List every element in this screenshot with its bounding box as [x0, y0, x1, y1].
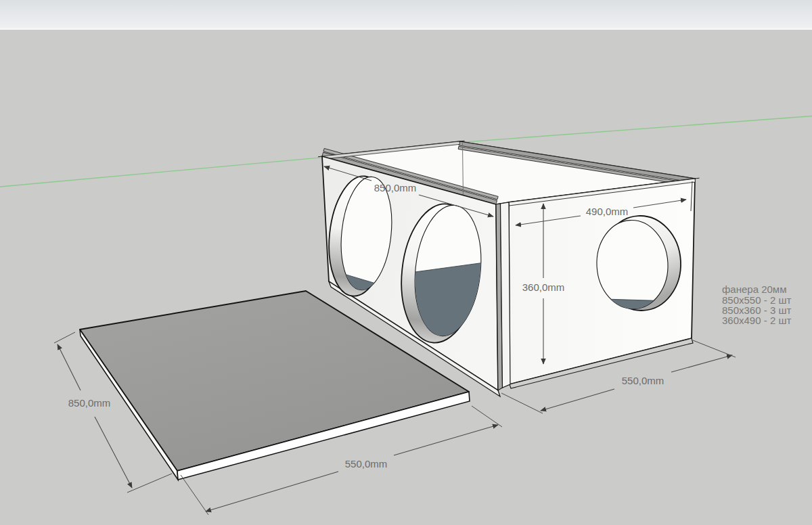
toolbar-strip — [0, 0, 812, 30]
drawing-canvas[interactable]: 850,0mm 490,0mm 360,0mm 550,0mm 850,0mm … — [0, 0, 812, 525]
dim-panel-length-label: 850,0mm — [68, 397, 111, 409]
dim-box-length-label: 850,0mm — [374, 182, 417, 193]
note-material: фанера 20мм — [722, 283, 786, 295]
parts-list-note: фанера 20мм 850x550 - 2 шт 850x360 - 3 ш… — [722, 283, 791, 326]
dim-box-bottom-depth-label: 550,0mm — [622, 375, 664, 386]
dim-box-height-label: 360,0mm — [522, 281, 565, 293]
note-part-3: 360x490 - 2 шт — [722, 315, 791, 326]
dim-panel-width-label: 550,0mm — [345, 458, 388, 470]
dim-box-top-depth-label: 490,0mm — [586, 206, 629, 217]
box-corner-strip-right — [501, 202, 511, 388]
note-part-2: 850x360 - 3 шт — [722, 304, 791, 316]
sketchup-viewport[interactable]: 850,0mm 490,0mm 360,0mm 550,0mm 850,0mm … — [0, 0, 812, 525]
